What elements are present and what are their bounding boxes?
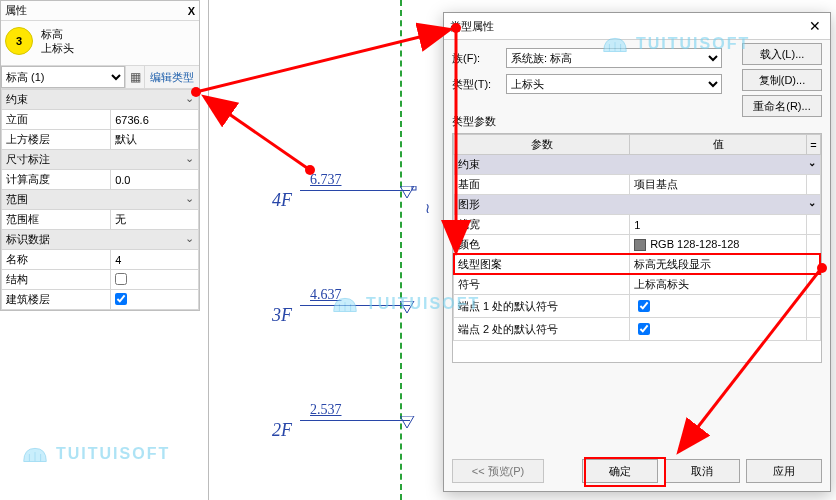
break-symbol-icon: ≀ bbox=[425, 200, 430, 216]
param-symbol-value[interactable]: 上标高标头 bbox=[630, 275, 807, 295]
apply-button[interactable]: 应用 bbox=[746, 459, 822, 483]
row-calc-value[interactable]: 0.0 bbox=[111, 170, 199, 190]
col-param[interactable]: 参数 bbox=[454, 135, 630, 155]
param-color-value[interactable]: RGB 128-128-128 bbox=[630, 235, 807, 255]
grid-icon[interactable]: ▦ bbox=[125, 66, 145, 88]
type-field-label: 类型(T): bbox=[452, 77, 500, 92]
ok-button[interactable]: 确定 bbox=[582, 459, 658, 483]
level-marker-icon bbox=[400, 186, 418, 200]
family-label: 标高 bbox=[41, 27, 74, 41]
row-calc-label: 计算高度 bbox=[2, 170, 111, 190]
param-symbol-label: 符号 bbox=[454, 275, 630, 295]
edit-type-button[interactable]: 编辑类型 bbox=[145, 66, 199, 88]
row-story-check[interactable] bbox=[111, 290, 199, 310]
row-upper-label: 上方楼层 bbox=[2, 130, 111, 150]
dialog-close-icon[interactable]: ✕ bbox=[806, 17, 824, 35]
level-line-2f[interactable] bbox=[300, 420, 410, 421]
close-icon[interactable]: X bbox=[188, 5, 195, 17]
row-scope-value[interactable]: 无 bbox=[111, 210, 199, 230]
level-elev-2f[interactable]: 2.537 bbox=[310, 402, 342, 418]
level-tag-2f[interactable]: 2F bbox=[272, 420, 292, 441]
type-label: 上标头 bbox=[41, 41, 74, 55]
param-lw-label: 线宽 bbox=[454, 215, 630, 235]
level-line-3f[interactable] bbox=[300, 305, 410, 306]
level-tag-4f[interactable]: 4F bbox=[272, 190, 292, 211]
param-end2-check[interactable] bbox=[630, 318, 807, 341]
level-line-4f[interactable] bbox=[300, 190, 410, 191]
param-base-label: 基面 bbox=[454, 175, 630, 195]
section-scope[interactable]: 范围 bbox=[6, 193, 28, 205]
param-lw-value[interactable]: 1 bbox=[630, 215, 807, 235]
row-name-label: 名称 bbox=[2, 250, 111, 270]
section-ident[interactable]: 标识数据 bbox=[6, 233, 50, 245]
row-name-value[interactable]: 4 bbox=[111, 250, 199, 270]
row-upper-value[interactable]: 默认 bbox=[111, 130, 199, 150]
type-selector[interactable]: 标高 (1) bbox=[1, 66, 125, 88]
param-color-label: 颜色 bbox=[454, 235, 630, 255]
section-constraint[interactable]: 约束 bbox=[6, 93, 28, 105]
level-marker-icon bbox=[400, 416, 418, 430]
step-badge: 3 bbox=[5, 27, 33, 55]
param-end1-label: 端点 1 处的默认符号 bbox=[454, 295, 630, 318]
type-preview: 3 标高 上标头 bbox=[1, 21, 199, 66]
cat-constraint[interactable]: 约束 bbox=[458, 158, 480, 170]
col-eq[interactable]: = bbox=[807, 135, 821, 155]
duplicate-button[interactable]: 复制(D)... bbox=[742, 69, 822, 91]
preview-button[interactable]: << 预览(P) bbox=[452, 459, 544, 483]
level-elev-3f[interactable]: 4.637 bbox=[310, 287, 342, 303]
param-pattern-label: 线型图案 bbox=[454, 255, 630, 275]
color-swatch-icon bbox=[634, 239, 646, 251]
row-scope-label: 范围框 bbox=[2, 210, 111, 230]
row-struct-check[interactable] bbox=[111, 270, 199, 290]
cat-graphics[interactable]: 图形 bbox=[458, 198, 480, 210]
param-table: 参数 值 = 约束⌄ 基面 项目基点 图形⌄ 线宽 1 颜色 RGB 128-1… bbox=[452, 133, 822, 363]
cancel-button[interactable]: 取消 bbox=[664, 459, 740, 483]
properties-panel: 属性 X 3 标高 上标头 标高 (1) ▦ 编辑类型 约束⌄ 立面 6736.… bbox=[0, 0, 200, 311]
param-end1-check[interactable] bbox=[630, 295, 807, 318]
row-elevation-label: 立面 bbox=[2, 110, 111, 130]
load-button[interactable]: 载入(L)... bbox=[742, 43, 822, 65]
row-story-label: 建筑楼层 bbox=[2, 290, 111, 310]
properties-grid: 约束⌄ 立面 6736.6 上方楼层 默认 尺寸标注⌄ 计算高度 0.0 范围⌄… bbox=[1, 89, 199, 310]
param-pattern-value[interactable]: 标高无线段显示 bbox=[630, 255, 807, 275]
col-value[interactable]: 值 bbox=[630, 135, 807, 155]
properties-title: 属性 bbox=[5, 3, 27, 18]
level-marker-icon bbox=[400, 301, 418, 315]
svg-marker-2 bbox=[400, 301, 414, 313]
type-properties-dialog: 类型属性 ✕ 族(F): 系统族: 标高 类型(T): 上标头 载入(L)...… bbox=[443, 12, 831, 492]
row-elevation-value[interactable]: 6736.6 bbox=[111, 110, 199, 130]
dialog-title: 类型属性 bbox=[450, 19, 494, 34]
watermark-icon: TUITUISOFT bbox=[20, 440, 170, 468]
type-select[interactable]: 上标头 bbox=[506, 74, 722, 94]
param-base-value[interactable]: 项目基点 bbox=[630, 175, 807, 195]
section-dim[interactable]: 尺寸标注 bbox=[6, 153, 50, 165]
divider-line bbox=[208, 0, 209, 500]
rename-button[interactable]: 重命名(R)... bbox=[742, 95, 822, 117]
family-select[interactable]: 系统族: 标高 bbox=[506, 48, 722, 68]
param-end2-label: 端点 2 处的默认符号 bbox=[454, 318, 630, 341]
family-field-label: 族(F): bbox=[452, 51, 500, 66]
row-struct-label: 结构 bbox=[2, 270, 111, 290]
level-tag-3f[interactable]: 3F bbox=[272, 305, 292, 326]
svg-marker-3 bbox=[400, 416, 414, 428]
level-elev-4f[interactable]: 6.737 bbox=[310, 172, 342, 188]
